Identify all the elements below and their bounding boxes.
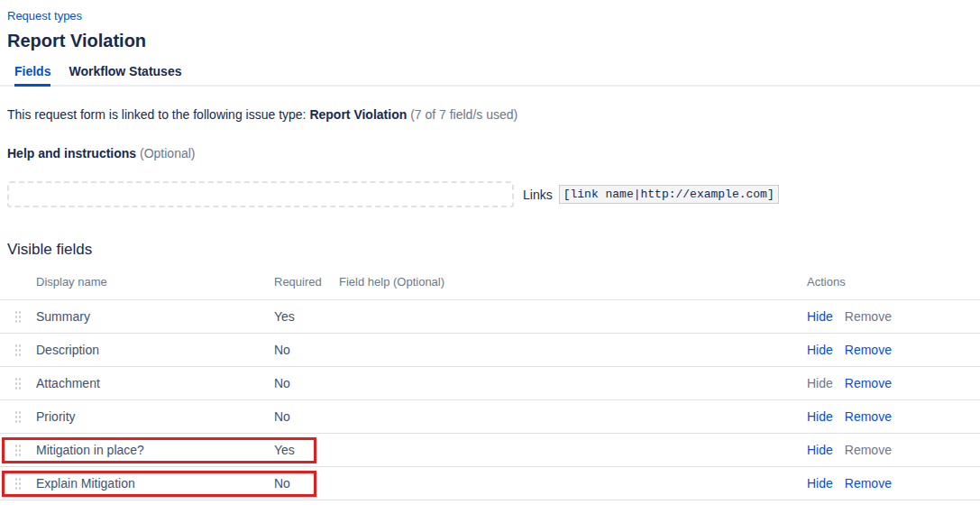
hide-link[interactable]: Hide bbox=[807, 309, 833, 324]
tab-workflow-statuses[interactable]: Workflow Statuses bbox=[69, 64, 181, 85]
column-field-help: Field help (Optional) bbox=[339, 275, 807, 289]
remove-link[interactable]: Remove bbox=[845, 376, 892, 390]
remove-link[interactable]: Remove bbox=[845, 443, 892, 457]
drag-handle-icon[interactable] bbox=[14, 410, 21, 424]
field-required-value: No bbox=[274, 476, 339, 491]
remove-link[interactable]: Remove bbox=[845, 309, 892, 324]
help-instructions-input[interactable] bbox=[7, 181, 514, 207]
visible-fields-table: Display name Required Field help (Option… bbox=[0, 259, 980, 500]
drag-handle-icon[interactable] bbox=[14, 444, 21, 457]
field-required-value: No bbox=[274, 376, 339, 390]
row-actions: Hide Remove bbox=[807, 376, 980, 390]
column-display-name: Display name bbox=[36, 275, 274, 289]
help-optional-note: (Optional) bbox=[136, 146, 195, 161]
row-actions: Hide Remove bbox=[807, 409, 980, 424]
tab-bar: Fields Workflow Statuses bbox=[0, 64, 980, 87]
row-actions: Hide Remove bbox=[807, 309, 980, 324]
hide-link[interactable]: Hide bbox=[807, 443, 833, 457]
row-handle-cell bbox=[0, 344, 36, 357]
drag-handle-icon[interactable] bbox=[14, 310, 21, 324]
table-row: Attachment No Hide Remove bbox=[0, 367, 980, 400]
breadcrumb-request-types[interactable]: Request types bbox=[7, 9, 82, 23]
hide-link[interactable]: Hide bbox=[807, 376, 833, 390]
hide-link[interactable]: Hide bbox=[807, 343, 833, 357]
column-required: Required bbox=[274, 275, 339, 289]
links-label: Links bbox=[523, 188, 553, 202]
table-row: Mitigation in place? Yes Hide Remove bbox=[0, 434, 980, 467]
remove-link[interactable]: Remove bbox=[845, 343, 892, 357]
help-input-row: Links [link name|http://example.com] bbox=[7, 181, 980, 207]
linked-info-prefix: This request form is linked to the follo… bbox=[7, 107, 309, 122]
help-and-instructions-label: Help and instructions (Optional) bbox=[7, 146, 980, 161]
row-handle-cell bbox=[0, 310, 36, 324]
column-actions: Actions bbox=[807, 275, 980, 289]
help-label-text: Help and instructions bbox=[7, 146, 136, 161]
link-syntax-example: [link name|http://example.com] bbox=[559, 185, 779, 204]
page-title: Report Violation bbox=[7, 30, 980, 51]
row-actions: Hide Remove bbox=[807, 443, 980, 457]
row-handle-cell bbox=[0, 444, 36, 457]
remove-link[interactable]: Remove bbox=[845, 409, 892, 424]
visible-fields-title: Visible fields bbox=[7, 241, 980, 259]
table-body: Summary Yes Hide Remove Description No H… bbox=[0, 300, 980, 500]
field-required-value: No bbox=[274, 343, 339, 357]
row-actions: Hide Remove bbox=[807, 476, 980, 491]
field-display-name: Priority bbox=[36, 409, 274, 424]
row-handle-cell bbox=[0, 477, 36, 491]
field-required-value: Yes bbox=[274, 309, 339, 324]
field-display-name: Mitigation in place? bbox=[36, 443, 274, 457]
field-display-name: Description bbox=[36, 343, 274, 357]
row-handle-cell bbox=[0, 410, 36, 424]
row-handle-cell bbox=[0, 377, 36, 390]
hide-link[interactable]: Hide bbox=[807, 476, 833, 491]
table-header: Display name Required Field help (Option… bbox=[0, 259, 980, 300]
field-display-name: Attachment bbox=[36, 376, 274, 390]
tab-fields[interactable]: Fields bbox=[14, 64, 50, 85]
drag-handle-icon[interactable] bbox=[14, 344, 21, 357]
drag-handle-icon[interactable] bbox=[14, 477, 21, 491]
linked-issue-type-name: Report Violation bbox=[309, 107, 407, 122]
field-required-value: No bbox=[274, 409, 339, 424]
hide-link[interactable]: Hide bbox=[807, 409, 833, 424]
field-display-name: Summary bbox=[36, 309, 274, 324]
row-actions: Hide Remove bbox=[807, 343, 980, 357]
table-row: Description No Hide Remove bbox=[0, 334, 980, 367]
remove-link[interactable]: Remove bbox=[845, 476, 892, 491]
table-row: Summary Yes Hide Remove bbox=[0, 300, 980, 334]
fields-usage-note: (7 of 7 field/s used) bbox=[407, 107, 517, 122]
table-row: Priority No Hide Remove bbox=[0, 400, 980, 434]
table-row: Explain Mitigation No Hide Remove bbox=[0, 467, 980, 500]
field-display-name: Explain Mitigation bbox=[36, 476, 274, 491]
drag-handle-icon[interactable] bbox=[14, 377, 21, 390]
linked-issue-type-info: This request form is linked to the follo… bbox=[7, 107, 980, 123]
field-required-value: Yes bbox=[274, 443, 339, 457]
